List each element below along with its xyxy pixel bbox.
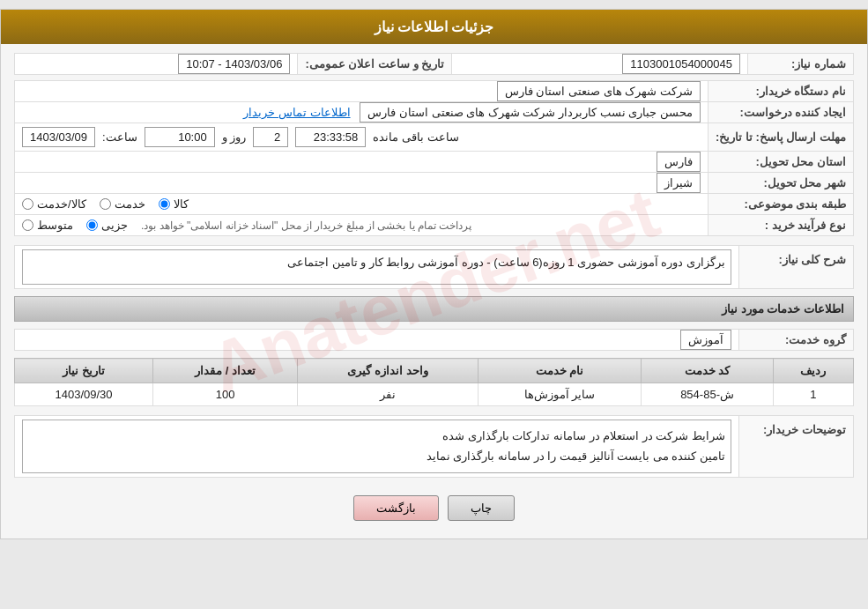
- category-label: طبقه بندی موضوعی:: [708, 194, 853, 215]
- contact-link[interactable]: اطلاعات تماس خریدار: [243, 106, 350, 119]
- table-cell-unit: نفر: [298, 383, 479, 406]
- col-unit: واحد اندازه گیری: [298, 359, 479, 383]
- deadline-remaining-input: 23:33:58: [295, 127, 366, 147]
- purchase-notice: پرداخت تمام یا بخشی از مبلغ خریدار از مح…: [141, 219, 471, 232]
- city-input: شیراز: [657, 173, 701, 193]
- need-number-input: 1103001054000045: [622, 54, 740, 74]
- back-button[interactable]: بازگشت: [353, 495, 439, 521]
- radio-motavaset[interactable]: متوسط: [22, 219, 73, 232]
- province-value: فارس: [15, 152, 708, 173]
- deadline-time-input: 10:00: [145, 127, 215, 147]
- table-cell-date: 1403/09/30: [15, 383, 153, 406]
- creator-input: محسن جباری نسب کاربردار شرکت شهرک های صن…: [360, 102, 701, 123]
- col-name: نام خدمت: [478, 359, 641, 383]
- purchase-type-label: نوع فرآیند خرید :: [708, 215, 853, 236]
- radio-kala-label: کالا: [174, 197, 189, 211]
- table-cell-quantity: 100: [153, 383, 298, 406]
- radio-kala-khadamat-label: کالا/خدمت: [37, 197, 86, 211]
- deadline-time-label: ساعت:: [102, 130, 137, 144]
- city-label: شهر محل تحویل:: [708, 173, 853, 194]
- radio-khadamat[interactable]: خدمت: [100, 197, 145, 211]
- radio-motavaset-label: متوسط: [37, 219, 73, 232]
- need-number-value: 1103001054000045: [452, 54, 748, 75]
- deadline-days-input: 2: [253, 127, 288, 147]
- description-label: شرح کلی نیاز:: [739, 246, 854, 289]
- col-date: تاریخ نیاز: [15, 359, 153, 383]
- buyer-notes-textarea: شرایط شرکت در استعلام در سامانه تدارکات …: [22, 420, 731, 473]
- radio-motavaset-input[interactable]: [22, 219, 33, 231]
- deadline-row: 1403/03/09 ساعت: 10:00 روز و 2 23:33:58 …: [15, 123, 708, 152]
- col-quantity: تعداد / مقدار: [153, 359, 298, 383]
- radio-jozei-label: جزیی: [101, 219, 128, 232]
- services-table: ردیف کد خدمت نام خدمت واحد اندازه گیری ت…: [14, 358, 854, 406]
- description-textarea: برگزاری دوره آموزشی حضوری 1 روزه(6 ساعت)…: [22, 249, 731, 285]
- radio-jozei-input[interactable]: [86, 219, 98, 231]
- buyer-org-value: شرکت شهرک های صنعتی استان فارس: [15, 81, 708, 102]
- deadline-label: مهلت ارسال پاسخ: تا تاریخ:: [708, 123, 853, 152]
- radio-jozei[interactable]: جزیی: [86, 219, 128, 232]
- radio-kala-khadamat[interactable]: کالا/خدمت: [22, 197, 86, 211]
- radio-kala-khadamat-input[interactable]: [22, 198, 33, 210]
- table-cell-name: سایر آموزش‌ها: [478, 383, 641, 406]
- col-code: کد خدمت: [642, 359, 773, 383]
- announcement-date-value: 1403/03/06 - 10:07: [15, 54, 298, 75]
- creator-label: ایجاد کننده درخواست:: [708, 102, 853, 123]
- print-button[interactable]: چاپ: [448, 495, 515, 521]
- table-row: 1ش-85-854سایر آموزش‌هانفر1001403/09/30: [15, 383, 854, 406]
- table-cell-code: ش-85-854: [642, 383, 773, 406]
- category-radios: کالا/خدمت خدمت کالا: [15, 194, 708, 215]
- service-group-value: آموزش: [15, 330, 739, 351]
- purchase-type-row: متوسط جزیی پرداخت تمام یا بخشی از مبلغ خ…: [15, 215, 708, 236]
- creator-value: محسن جباری نسب کاربردار شرکت شهرک های صن…: [15, 102, 708, 123]
- col-row: ردیف: [773, 359, 853, 383]
- announcement-date-input: 1403/03/06 - 10:07: [178, 54, 290, 74]
- need-number-label: شماره نیاز:: [748, 54, 854, 75]
- radio-kala[interactable]: کالا: [159, 197, 189, 211]
- table-cell-row: 1: [773, 383, 853, 406]
- announcement-date-label: تاریخ و ساعت اعلان عمومی:: [298, 54, 452, 75]
- buyer-notes-value: شرایط شرکت در استعلام در سامانه تدارکات …: [15, 416, 739, 478]
- buyer-org-input: شرکت شهرک های صنعتی استان فارس: [497, 81, 701, 101]
- deadline-date-input: 1403/03/09: [22, 127, 95, 147]
- radio-khadamat-input[interactable]: [100, 198, 111, 210]
- province-input: فارس: [657, 152, 701, 172]
- radio-kala-input[interactable]: [159, 198, 170, 210]
- radio-khadamat-label: خدمت: [115, 197, 145, 211]
- city-value: شیراز: [15, 173, 708, 194]
- province-label: استان محل تحویل:: [708, 152, 853, 173]
- page-header: جزئیات اطلاعات نیاز: [1, 10, 867, 44]
- buyer-notes-label: توضیحات خریدار:: [739, 416, 854, 478]
- service-group-input: آموزش: [680, 330, 731, 350]
- buyer-org-label: نام دستگاه خریدار:: [708, 81, 853, 102]
- description-value: برگزاری دوره آموزشی حضوری 1 روزه(6 ساعت)…: [15, 246, 739, 289]
- deadline-remaining-label: ساعت باقی مانده: [373, 130, 458, 144]
- deadline-day-label: روز و: [222, 130, 247, 144]
- service-group-label: گروه خدمت:: [739, 330, 854, 351]
- button-row: بازگشت چاپ: [14, 486, 854, 530]
- service-info-title: اطلاعات خدمات مورد نیاز: [14, 296, 854, 322]
